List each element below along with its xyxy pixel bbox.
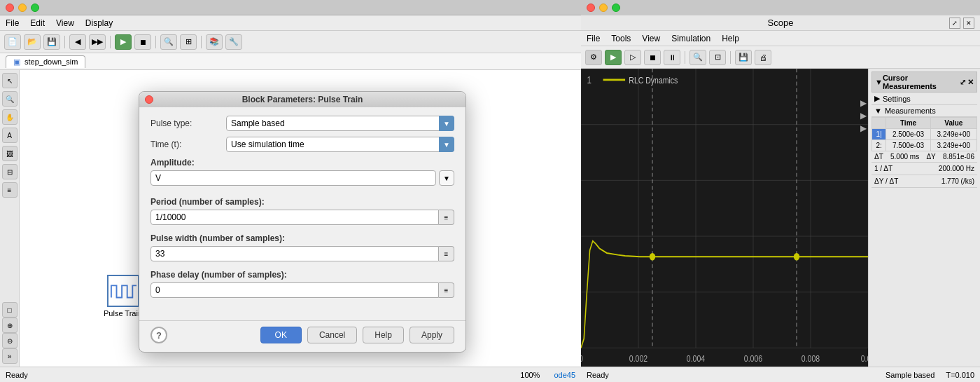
cancel-button[interactable]: Cancel — [307, 327, 357, 343]
menu-file[interactable]: File — [6, 18, 19, 28]
canvas-area[interactable]: Pulse Train tf(R,[R*L*C L R]) RLC Dynami… — [20, 70, 581, 367]
more-tool[interactable]: » — [2, 348, 18, 364]
collapse-tool[interactable]: ⊖ — [2, 333, 18, 348]
fit-btn[interactable]: ⊞ — [180, 34, 197, 50]
scope-menu-view[interactable]: View — [642, 34, 660, 43]
scope-close-btn[interactable]: ✕ — [963, 18, 974, 29]
save-btn[interactable]: 💾 — [43, 34, 60, 50]
svg-rect-7 — [581, 69, 868, 367]
scope-menu-simulation[interactable]: Simulation — [671, 34, 710, 43]
cursor-close-icon[interactable]: ✕ — [967, 78, 974, 87]
measurements-expand-icon[interactable]: ▼ — [874, 107, 882, 115]
help-circle-button[interactable]: ? — [150, 327, 167, 343]
zoom-btn[interactable]: 🔍 — [160, 34, 177, 50]
scope-zoom-in-btn[interactable]: 🔍 — [690, 50, 706, 65]
pulse-width-menu-btn[interactable]: ≡ — [439, 246, 454, 261]
scope-save-btn[interactable]: 💾 — [735, 50, 752, 65]
pulse-type-select[interactable]: Sample based Time based — [226, 116, 454, 131]
zoom-tool[interactable]: 🔍 — [2, 91, 18, 107]
phase-delay-input[interactable] — [150, 282, 439, 298]
tab-bar: ▣ step_down_sim — [0, 53, 581, 70]
scope-fit-btn[interactable]: ⊡ — [709, 50, 726, 65]
right-panel: Scope ⤢ ✕ File Tools View Simulation Hel… — [581, 0, 980, 382]
cursor-icon: ↖ — [7, 77, 13, 85]
debug-btn[interactable]: 🔧 — [225, 34, 242, 50]
active-tab-label[interactable]: step_down_sim — [24, 57, 78, 66]
signal-tool[interactable]: ≡ — [2, 182, 18, 198]
back-btn[interactable]: ◀ — [69, 34, 86, 50]
cursor-expand-icon[interactable]: ▼ — [875, 78, 883, 86]
scope-tool[interactable]: □ — [2, 302, 18, 318]
maximize-button[interactable] — [31, 4, 39, 12]
zoom-icon: 🔍 — [6, 95, 14, 103]
menu-edit[interactable]: Edit — [30, 18, 45, 28]
settings-expand-icon[interactable]: ▶ — [874, 94, 880, 103]
cursor-measurements-panel: ▼ Cursor Measurements ⤢ ✕ ▶ Settings ▼ M… — [868, 69, 980, 367]
run-btn[interactable]: ▶ — [115, 34, 132, 50]
image-tool[interactable]: 🖼 — [2, 146, 18, 161]
cursor2-value: 3.249e+00 — [930, 140, 976, 151]
library-btn[interactable]: 📚 — [206, 34, 223, 50]
more-icon: » — [8, 353, 12, 360]
left-sidebar: ↖ 🔍 ✋ A 🖼 ⊟ ≡ □ ⊕ ⊖ » — [0, 70, 20, 367]
svg-text:1: 1 — [587, 74, 591, 86]
amplitude-row: ▼ — [150, 170, 454, 186]
arrow-down[interactable]: ▶ — [860, 123, 867, 133]
pan-tool[interactable]: ✋ — [2, 109, 18, 125]
minimize-button[interactable] — [18, 4, 27, 12]
arrow-mid[interactable]: ▶ — [860, 111, 867, 121]
inv-dt-row: 1 / ΔT 200.000 Hz — [872, 163, 977, 175]
select-tool[interactable]: ↖ — [2, 73, 18, 88]
scope-stop-btn[interactable]: ⏹ — [644, 50, 661, 65]
scope-menu-file[interactable]: File — [587, 34, 600, 43]
save-icon: 💾 — [738, 53, 748, 62]
pulse-width-input[interactable] — [150, 246, 439, 261]
scope-step-btn[interactable]: ▷ — [624, 50, 641, 65]
scope-pause-btn[interactable]: ⏸ — [664, 50, 680, 65]
time-select[interactable]: Use simulation time — [226, 137, 454, 152]
left-window-chrome — [0, 0, 581, 15]
scope-menu-tools[interactable]: Tools — [611, 34, 631, 43]
scope-min[interactable] — [599, 4, 608, 12]
pulse-type-label: Pulse type: — [150, 118, 220, 128]
period-menu-btn[interactable]: ≡ — [439, 210, 454, 225]
ode-solver[interactable]: ode45 — [554, 371, 575, 379]
scope-settings-btn[interactable]: ⚙ — [585, 50, 602, 65]
phase-delay-menu-btn[interactable]: ≡ — [439, 282, 454, 298]
scope-max[interactable] — [612, 4, 620, 12]
apply-button[interactable]: Apply — [410, 327, 454, 343]
scope-close[interactable] — [587, 4, 595, 12]
scope-undock-btn[interactable]: ⤢ — [949, 18, 960, 29]
sep3 — [155, 36, 156, 48]
pulse-train-box[interactable] — [107, 275, 139, 307]
menu-view[interactable]: View — [56, 18, 74, 28]
scope-plot-area[interactable]: 10 8 6 4 2 0 0 0.002 0.004 0.006 0.008 0… — [581, 69, 868, 367]
period-input[interactable] — [150, 210, 439, 225]
sep2 — [110, 36, 111, 48]
time-row: Time (t): Use simulation time ▼ — [150, 137, 454, 152]
svg-text:0.008: 0.008 — [802, 353, 820, 364]
arrow-up[interactable]: ▶ — [860, 98, 867, 108]
scope-run-btn[interactable]: ▶ — [605, 50, 622, 65]
help-button[interactable]: Help — [363, 327, 404, 343]
menu-display[interactable]: Display — [85, 18, 113, 28]
expand-tool[interactable]: ⊕ — [2, 318, 18, 333]
scope-print-btn[interactable]: 🖨 — [755, 50, 771, 65]
left-toolbar: 📄 📂 💾 ◀ ▶▶ ▶ ⏹ 🔍 ⊞ 📚 🔧 — [0, 31, 581, 53]
close-button[interactable] — [6, 4, 14, 12]
stop-btn[interactable]: ⏹ — [134, 34, 151, 50]
ok-button[interactable]: OK — [260, 327, 302, 343]
amplitude-input[interactable] — [150, 170, 436, 186]
scope-menu-help[interactable]: Help — [722, 34, 739, 43]
pulse-train-block[interactable]: Pulse Train — [104, 275, 142, 318]
open-btn[interactable]: 📂 — [24, 34, 41, 50]
amplitude-menu-btn[interactable]: ▼ — [439, 170, 454, 186]
cursor-undock-icon[interactable]: ⤢ — [960, 78, 966, 87]
annotate-tool[interactable]: A — [2, 128, 18, 143]
dialog-close[interactable] — [145, 95, 153, 104]
fwd-btn[interactable]: ▶▶ — [89, 34, 106, 50]
cursor2-time: 7.500e-03 — [886, 140, 930, 151]
new-btn[interactable]: 📄 — [4, 34, 21, 50]
layout-tool[interactable]: ⊟ — [2, 164, 18, 179]
measurements-row: ▼ Measurements — [872, 105, 977, 117]
